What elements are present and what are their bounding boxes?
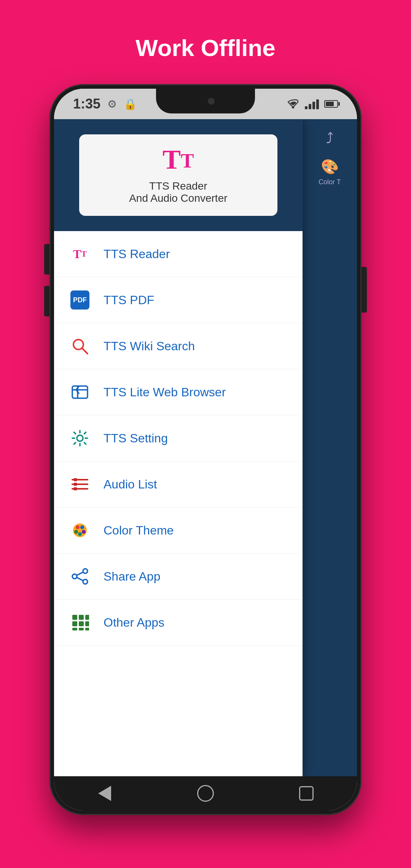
status-right: [287, 99, 338, 109]
home-button[interactable]: [194, 782, 217, 805]
front-camera: [208, 98, 215, 105]
right-panel: ⤴ 🎨 Color T: [303, 119, 357, 776]
share-app-label: Share App: [104, 570, 160, 584]
menu-item-tts-setting[interactable]: TTS Setting: [54, 415, 303, 461]
status-left: 1:35 ⚙ 🔒: [73, 96, 137, 112]
gear-icon: [69, 428, 91, 449]
notch: [156, 89, 255, 113]
svg-line-20: [77, 572, 83, 575]
tts-browser-label: TTS Lite Web Browser: [104, 385, 226, 399]
menu-item-other-apps[interactable]: Other Apps: [54, 600, 303, 646]
svg-rect-9: [74, 483, 77, 486]
svg-point-14: [74, 530, 78, 534]
svg-rect-22: [72, 615, 77, 620]
svg-rect-27: [85, 621, 89, 626]
tts-reader-icon: TT: [69, 243, 91, 265]
drawer-logo-box: T T TTS Reader And Audio Converter: [79, 134, 278, 216]
svg-rect-30: [85, 628, 89, 630]
color-theme-label: Color T: [312, 178, 347, 186]
navigation-bar: [54, 776, 357, 811]
menu-item-share-app[interactable]: Share App: [54, 554, 303, 600]
search-icon: [69, 335, 91, 357]
recent-button[interactable]: [295, 782, 318, 805]
signal-icon: [305, 99, 319, 109]
svg-point-0: [292, 106, 294, 108]
svg-rect-25: [72, 621, 77, 626]
battery-icon: [324, 100, 338, 108]
tts-reader-label: TTS Reader: [104, 247, 170, 261]
phone-frame: 1:35 ⚙ 🔒: [49, 84, 362, 815]
share-icon-menu: [69, 566, 91, 587]
svg-rect-3: [72, 386, 88, 398]
phone-wrapper: 1:35 ⚙ 🔒: [49, 84, 362, 815]
svg-point-16: [78, 532, 82, 536]
app-logo: T T: [162, 146, 194, 173]
tts-pdf-label: TTS PDF: [104, 293, 154, 307]
menu-item-audio-list[interactable]: Audio List: [54, 461, 303, 507]
volume-up-button[interactable]: [44, 244, 49, 274]
navigation-drawer: T T TTS Reader And Audio Converter: [54, 119, 303, 776]
palette-icon-panel[interactable]: 🎨 Color T: [312, 158, 347, 186]
grid-icon: [69, 612, 91, 633]
svg-point-19: [83, 579, 88, 584]
svg-rect-8: [74, 478, 77, 481]
status-time: 1:35: [73, 96, 100, 112]
svg-point-13: [80, 525, 84, 529]
list-icon: [69, 474, 91, 495]
svg-rect-29: [79, 628, 84, 630]
svg-line-2: [82, 348, 88, 354]
pdf-icon: PDF: [69, 289, 91, 311]
menu-item-color-theme[interactable]: Color Theme: [54, 507, 303, 554]
svg-point-12: [76, 525, 80, 529]
other-apps-label: Other Apps: [104, 616, 164, 630]
drawer-header: T T TTS Reader And Audio Converter: [54, 119, 303, 231]
menu-item-tts-browser[interactable]: TTS Lite Web Browser: [54, 369, 303, 415]
svg-rect-28: [72, 628, 77, 630]
page-title-text: Work Offline: [0, 34, 411, 61]
menu-item-tts-reader[interactable]: TT TTS Reader: [54, 231, 303, 277]
browser-icon: [69, 381, 91, 403]
svg-point-4: [77, 435, 83, 441]
svg-rect-10: [74, 487, 77, 490]
power-button[interactable]: [362, 267, 367, 313]
phone-screen: 1:35 ⚙ 🔒: [54, 89, 357, 811]
svg-rect-23: [79, 615, 84, 620]
share-icon-panel[interactable]: ⤴: [326, 131, 333, 147]
volume-down-button[interactable]: [44, 286, 49, 316]
app-content: ⤴ 🎨 Color T T T: [54, 119, 357, 776]
svg-line-21: [77, 578, 83, 581]
menu-item-tts-wiki[interactable]: TTS Wiki Search: [54, 323, 303, 369]
svg-point-17: [83, 569, 88, 573]
tts-wiki-label: TTS Wiki Search: [104, 339, 195, 353]
svg-rect-26: [79, 621, 84, 626]
back-button[interactable]: [93, 782, 116, 805]
svg-point-15: [82, 530, 86, 534]
wifi-icon: [287, 99, 299, 109]
sim-icon: 🔒: [124, 98, 137, 110]
tts-setting-label: TTS Setting: [104, 431, 168, 445]
app-name: TTS Reader And Audio Converter: [129, 180, 227, 204]
audio-list-label: Audio List: [104, 477, 157, 491]
svg-point-18: [72, 574, 77, 579]
drawer-menu: TT TTS Reader PDF TTS PDF: [54, 231, 303, 776]
svg-rect-24: [85, 615, 89, 620]
settings-icon: ⚙: [107, 98, 117, 110]
menu-item-tts-pdf[interactable]: PDF TTS PDF: [54, 277, 303, 323]
color-theme-menu-label: Color Theme: [104, 523, 174, 538]
palette-icon: [69, 520, 91, 541]
